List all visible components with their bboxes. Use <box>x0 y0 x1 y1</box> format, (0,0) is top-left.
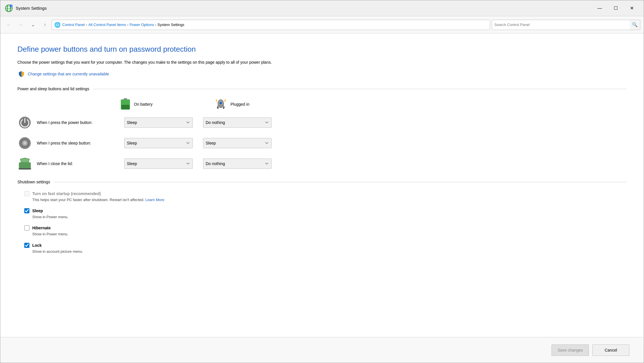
sleep-header: Sleep <box>24 208 627 213</box>
learn-more-link[interactable]: Learn More <box>145 198 164 202</box>
breadcrumb: 🌐 Control Panel › All Control Panel Item… <box>52 20 490 30</box>
search-input[interactable] <box>492 23 630 27</box>
power-button-on-battery-dropdown[interactable]: Sleep Do nothing Hibernate Shut down Tur… <box>124 117 193 128</box>
page-description: Choose the power settings that you want … <box>17 59 274 65</box>
uac-shield-icon <box>17 70 25 78</box>
breadcrumb-control-panel[interactable]: Control Panel <box>62 23 85 27</box>
window: ⚙ System Settings — ☐ ✕ ← → ⌄ ↑ 🌐 Contro… <box>0 0 644 363</box>
on-battery-header: On battery <box>120 98 194 111</box>
back-button[interactable]: ← <box>4 20 14 30</box>
plugged-in-label: Plugged in <box>230 102 249 107</box>
lid-icon <box>17 156 32 171</box>
address-bar: ← → ⌄ ↑ 🌐 Control Panel › All Control Pa… <box>0 16 644 33</box>
close-button[interactable]: ✕ <box>624 3 639 14</box>
sleep-checkbox[interactable] <box>24 208 29 213</box>
plugged-icon <box>214 99 227 109</box>
list-item: Turn on fast startup (recommended) This … <box>24 191 627 202</box>
sleep-shutdown-label: Sleep <box>32 208 43 213</box>
lock-label: Lock <box>32 243 42 248</box>
table-row: When I press the sleep button: Sleep Do … <box>17 136 627 151</box>
plugged-in-header: Plugged in <box>214 99 289 109</box>
shutdown-items: Turn on fast startup (recommended) This … <box>17 191 627 254</box>
save-button[interactable]: Save changes <box>551 344 589 356</box>
dropdown-button[interactable]: ⌄ <box>28 20 38 30</box>
breadcrumb-current: System Settings <box>157 23 184 27</box>
table-row: When I close the lid: Sleep Do nothing H… <box>17 156 627 171</box>
window-icon: ⚙ <box>5 4 13 12</box>
sleep-button-on-battery-dropdown[interactable]: Sleep Do nothing Hibernate Shut down <box>124 138 193 148</box>
list-item: Lock Show in account picture menu. <box>24 243 627 254</box>
lock-checkbox[interactable] <box>24 243 29 248</box>
hibernate-checkbox[interactable] <box>24 225 29 230</box>
up-button[interactable]: ↑ <box>40 20 50 30</box>
svg-text:⚙: ⚙ <box>11 5 12 7</box>
footer: Save changes Cancel <box>0 337 644 363</box>
svg-rect-7 <box>124 98 127 99</box>
lid-plugged-in-dropdown[interactable]: Do nothing Sleep Hibernate Shut down <box>203 159 272 169</box>
svg-rect-23 <box>19 168 31 169</box>
fast-startup-label: Turn on fast startup (recommended) <box>32 191 101 196</box>
sleep-shutdown-desc: Show in Power menu. <box>24 214 627 220</box>
on-battery-label: On battery <box>134 102 153 107</box>
hibernate-label: Hibernate <box>32 226 51 230</box>
shutdown-section-title: Shutdown settings <box>17 180 50 184</box>
forward-button[interactable]: → <box>16 20 26 30</box>
column-headers: On battery Plugged in <box>17 98 627 111</box>
search-button[interactable]: 🔍 <box>630 20 640 30</box>
globe-icon: 🌐 <box>54 22 61 28</box>
power-sleep-section-title: Power and sleep buttons and lid settings <box>17 87 89 91</box>
settings-rows: When I press the power button: Sleep Do … <box>17 115 627 171</box>
hibernate-header: Hibernate <box>24 225 627 230</box>
title-bar-controls: — ☐ ✕ <box>592 3 639 14</box>
svg-rect-9 <box>121 105 129 109</box>
sleep-button-icon <box>17 136 32 151</box>
power-button-icon <box>17 115 32 130</box>
battery-icon <box>120 98 131 111</box>
cancel-button[interactable]: Cancel <box>592 344 629 356</box>
breadcrumb-power-options[interactable]: Power Options <box>130 23 154 27</box>
page-title: Define power buttons and turn on passwor… <box>17 45 627 54</box>
svg-point-20 <box>23 142 26 145</box>
sleep-button-plugged-in-dropdown[interactable]: Sleep Do nothing Hibernate Shut down <box>203 138 272 148</box>
power-button-label: When I press the power button: <box>37 120 120 125</box>
title-bar: ⚙ System Settings — ☐ ✕ <box>0 0 644 16</box>
search-bar: 🔍 <box>492 20 640 30</box>
maximize-button[interactable]: ☐ <box>608 3 623 14</box>
power-button-plugged-in-dropdown[interactable]: Do nothing Sleep Hibernate Shut down Tur… <box>203 117 272 128</box>
svg-rect-22 <box>20 163 30 169</box>
lid-on-battery-dropdown[interactable]: Sleep Do nothing Hibernate Shut down <box>124 159 193 169</box>
breadcrumb-all-items[interactable]: All Control Panel Items <box>88 23 126 27</box>
section-divider-2 <box>55 182 627 182</box>
svg-rect-13 <box>217 107 218 109</box>
list-item: Hibernate Show in Power menu. <box>24 225 627 237</box>
change-settings-link[interactable]: Change settings that are currently unava… <box>17 70 627 78</box>
sleep-button-label: When I press the sleep button: <box>37 141 120 145</box>
svg-rect-14 <box>223 107 224 109</box>
fast-startup-desc: This helps start your PC faster after sh… <box>24 197 627 202</box>
table-row: When I press the power button: Sleep Do … <box>17 115 627 130</box>
lock-desc: Show in account picture menu. <box>24 249 627 254</box>
hibernate-desc: Show in Power menu. <box>24 232 627 237</box>
section-divider <box>94 89 627 89</box>
fast-startup-checkbox[interactable] <box>24 191 29 196</box>
list-item: Sleep Show in Power menu. <box>24 208 627 220</box>
lock-header: Lock <box>24 243 627 248</box>
minimize-button[interactable]: — <box>592 3 607 14</box>
fast-startup-header: Turn on fast startup (recommended) <box>24 191 627 196</box>
svg-point-12 <box>220 102 222 104</box>
change-settings-text[interactable]: Change settings that are currently unava… <box>28 72 109 76</box>
power-sleep-section-header: Power and sleep buttons and lid settings <box>17 87 627 91</box>
main-content: Define power buttons and turn on passwor… <box>0 33 644 337</box>
lid-label: When I close the lid: <box>37 161 120 166</box>
shutdown-section-header: Shutdown settings <box>17 180 627 184</box>
window-title: System Settings <box>16 6 592 11</box>
